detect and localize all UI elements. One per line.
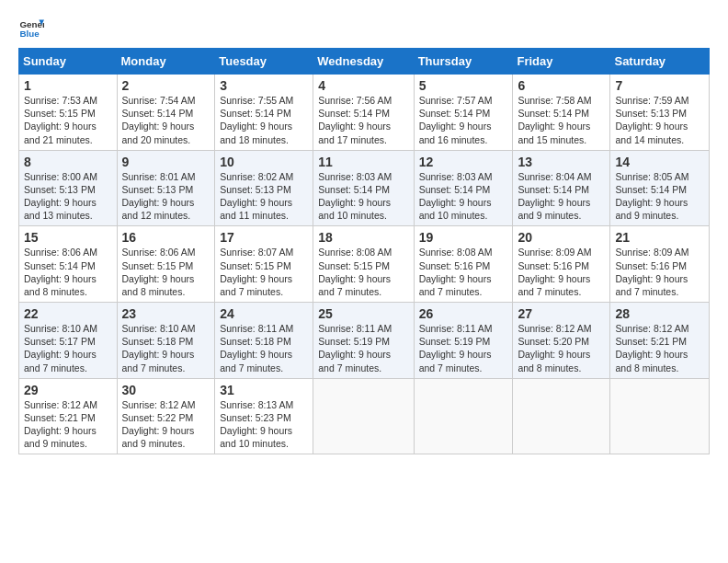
day-cell <box>313 378 414 454</box>
day-info: Sunrise: 7:57 AMSunset: 5:14 PMDaylight:… <box>419 94 508 146</box>
day-cell: 2Sunrise: 7:54 AMSunset: 5:14 PMDaylight… <box>117 75 215 151</box>
header-cell-saturday: Saturday <box>610 49 710 75</box>
day-cell: 30Sunrise: 8:12 AMSunset: 5:22 PMDayligh… <box>117 378 215 454</box>
header-cell-wednesday: Wednesday <box>313 49 414 75</box>
day-number: 11 <box>318 155 408 169</box>
day-cell: 21Sunrise: 8:09 AMSunset: 5:16 PMDayligh… <box>610 226 710 303</box>
day-info: Sunrise: 8:10 AMSunset: 5:18 PMDaylight:… <box>122 322 210 374</box>
day-cell <box>610 378 710 454</box>
day-cell: 9Sunrise: 8:01 AMSunset: 5:13 PMDaylight… <box>117 150 215 226</box>
day-info: Sunrise: 8:12 AMSunset: 5:21 PMDaylight:… <box>615 322 704 374</box>
week-row-2: 8Sunrise: 8:00 AMSunset: 5:13 PMDaylight… <box>19 150 710 226</box>
day-number: 19 <box>419 230 508 245</box>
day-info: Sunrise: 8:08 AMSunset: 5:15 PMDaylight:… <box>318 246 408 298</box>
day-number: 21 <box>615 230 704 245</box>
day-cell: 10Sunrise: 8:02 AMSunset: 5:13 PMDayligh… <box>215 150 313 226</box>
header-cell-sunday: Sunday <box>19 49 118 75</box>
day-info: Sunrise: 7:53 AMSunset: 5:15 PMDaylight:… <box>24 94 112 146</box>
day-cell: 13Sunrise: 8:04 AMSunset: 5:14 PMDayligh… <box>513 150 610 226</box>
day-info: Sunrise: 8:12 AMSunset: 5:22 PMDaylight:… <box>122 398 210 451</box>
day-info: Sunrise: 8:07 AMSunset: 5:15 PMDaylight:… <box>220 246 308 298</box>
week-row-3: 15Sunrise: 8:06 AMSunset: 5:14 PMDayligh… <box>19 226 710 303</box>
day-cell: 28Sunrise: 8:12 AMSunset: 5:21 PMDayligh… <box>610 303 710 379</box>
logo: General Blue <box>18 15 44 40</box>
day-cell: 16Sunrise: 8:06 AMSunset: 5:15 PMDayligh… <box>117 226 215 303</box>
day-number: 9 <box>122 155 210 169</box>
day-info: Sunrise: 8:11 AMSunset: 5:19 PMDaylight:… <box>318 322 408 374</box>
week-row-4: 22Sunrise: 8:10 AMSunset: 5:17 PMDayligh… <box>19 303 710 379</box>
day-number: 2 <box>122 78 210 93</box>
day-number: 13 <box>518 155 605 169</box>
day-info: Sunrise: 8:12 AMSunset: 5:20 PMDaylight:… <box>518 322 605 374</box>
header-cell-tuesday: Tuesday <box>215 49 313 75</box>
day-cell: 18Sunrise: 8:08 AMSunset: 5:15 PMDayligh… <box>313 226 414 303</box>
day-number: 25 <box>318 306 408 321</box>
day-number: 20 <box>518 230 605 245</box>
logo-icon: General Blue <box>18 15 44 40</box>
day-number: 24 <box>220 306 308 321</box>
svg-text:Blue: Blue <box>19 29 40 39</box>
day-number: 7 <box>615 78 704 93</box>
day-number: 31 <box>220 383 308 397</box>
day-info: Sunrise: 8:11 AMSunset: 5:18 PMDaylight:… <box>220 322 308 374</box>
day-cell: 27Sunrise: 8:12 AMSunset: 5:20 PMDayligh… <box>513 303 610 379</box>
header-cell-monday: Monday <box>117 49 215 75</box>
week-row-1: 1Sunrise: 7:53 AMSunset: 5:15 PMDaylight… <box>19 75 710 151</box>
day-info: Sunrise: 8:09 AMSunset: 5:16 PMDaylight:… <box>615 246 704 298</box>
day-cell: 15Sunrise: 8:06 AMSunset: 5:14 PMDayligh… <box>19 226 118 303</box>
day-cell: 20Sunrise: 8:09 AMSunset: 5:16 PMDayligh… <box>513 226 610 303</box>
day-info: Sunrise: 8:09 AMSunset: 5:16 PMDaylight:… <box>518 246 605 298</box>
day-cell: 19Sunrise: 8:08 AMSunset: 5:16 PMDayligh… <box>414 226 513 303</box>
day-cell: 4Sunrise: 7:56 AMSunset: 5:14 PMDaylight… <box>313 75 414 151</box>
day-number: 14 <box>615 155 704 169</box>
day-number: 29 <box>24 383 112 397</box>
day-cell: 12Sunrise: 8:03 AMSunset: 5:14 PMDayligh… <box>414 150 513 226</box>
day-number: 22 <box>24 306 112 321</box>
day-number: 17 <box>220 230 308 245</box>
day-number: 6 <box>518 78 605 93</box>
day-number: 10 <box>220 155 308 169</box>
day-cell: 25Sunrise: 8:11 AMSunset: 5:19 PMDayligh… <box>313 303 414 379</box>
day-cell: 14Sunrise: 8:05 AMSunset: 5:14 PMDayligh… <box>610 150 710 226</box>
day-info: Sunrise: 8:12 AMSunset: 5:21 PMDaylight:… <box>24 398 112 451</box>
day-info: Sunrise: 7:55 AMSunset: 5:14 PMDaylight:… <box>220 94 308 146</box>
day-cell <box>513 378 610 454</box>
day-info: Sunrise: 8:11 AMSunset: 5:19 PMDaylight:… <box>419 322 508 374</box>
day-info: Sunrise: 7:54 AMSunset: 5:14 PMDaylight:… <box>122 94 210 146</box>
day-number: 16 <box>122 230 210 245</box>
day-cell: 8Sunrise: 8:00 AMSunset: 5:13 PMDaylight… <box>19 150 118 226</box>
day-cell: 3Sunrise: 7:55 AMSunset: 5:14 PMDaylight… <box>215 75 313 151</box>
day-cell: 31Sunrise: 8:13 AMSunset: 5:23 PMDayligh… <box>215 378 313 454</box>
calendar-body: 1Sunrise: 7:53 AMSunset: 5:15 PMDaylight… <box>19 75 710 454</box>
day-number: 1 <box>24 78 112 93</box>
day-number: 26 <box>419 306 508 321</box>
day-cell: 26Sunrise: 8:11 AMSunset: 5:19 PMDayligh… <box>414 303 513 379</box>
day-number: 8 <box>24 155 112 169</box>
day-info: Sunrise: 8:02 AMSunset: 5:13 PMDaylight:… <box>220 170 308 223</box>
header-cell-thursday: Thursday <box>414 49 513 75</box>
day-info: Sunrise: 7:56 AMSunset: 5:14 PMDaylight:… <box>318 94 408 146</box>
day-number: 15 <box>24 230 112 245</box>
day-number: 4 <box>318 78 408 93</box>
day-info: Sunrise: 7:59 AMSunset: 5:13 PMDaylight:… <box>615 94 704 146</box>
day-cell: 7Sunrise: 7:59 AMSunset: 5:13 PMDaylight… <box>610 75 710 151</box>
calendar-table: SundayMondayTuesdayWednesdayThursdayFrid… <box>18 48 710 454</box>
day-info: Sunrise: 8:13 AMSunset: 5:23 PMDaylight:… <box>220 398 308 451</box>
day-cell: 5Sunrise: 7:57 AMSunset: 5:14 PMDaylight… <box>414 75 513 151</box>
day-cell: 22Sunrise: 8:10 AMSunset: 5:17 PMDayligh… <box>19 303 118 379</box>
day-info: Sunrise: 8:03 AMSunset: 5:14 PMDaylight:… <box>318 170 408 223</box>
day-info: Sunrise: 8:01 AMSunset: 5:13 PMDaylight:… <box>122 170 210 223</box>
header: General Blue <box>18 15 710 40</box>
day-number: 18 <box>318 230 408 245</box>
header-cell-friday: Friday <box>513 49 610 75</box>
day-info: Sunrise: 8:00 AMSunset: 5:13 PMDaylight:… <box>24 170 112 223</box>
day-info: Sunrise: 8:10 AMSunset: 5:17 PMDaylight:… <box>24 322 112 374</box>
day-info: Sunrise: 8:04 AMSunset: 5:14 PMDaylight:… <box>518 170 605 223</box>
day-cell: 29Sunrise: 8:12 AMSunset: 5:21 PMDayligh… <box>19 378 118 454</box>
day-number: 3 <box>220 78 308 93</box>
day-cell: 6Sunrise: 7:58 AMSunset: 5:14 PMDaylight… <box>513 75 610 151</box>
day-info: Sunrise: 8:08 AMSunset: 5:16 PMDaylight:… <box>419 246 508 298</box>
day-number: 27 <box>518 306 605 321</box>
calendar-header: SundayMondayTuesdayWednesdayThursdayFrid… <box>19 49 710 75</box>
day-cell: 17Sunrise: 8:07 AMSunset: 5:15 PMDayligh… <box>215 226 313 303</box>
